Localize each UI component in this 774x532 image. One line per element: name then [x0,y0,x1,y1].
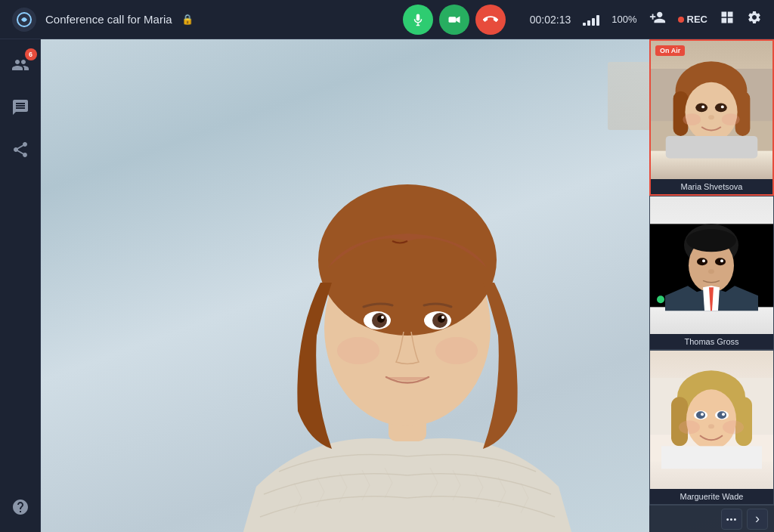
svg-point-42 [702,259,705,262]
video-button[interactable] [439,5,469,35]
svg-point-33 [722,113,740,125]
svg-point-16 [381,316,384,319]
rec-badge: REC [678,14,707,25]
svg-rect-4 [448,17,456,23]
add-user-button[interactable] [649,9,666,29]
marguerite-name: Marguerite Wade [650,489,773,504]
thumbnail-maria[interactable]: On Air [649,39,774,196]
svg-point-58 [679,421,700,435]
main-person-svg [181,48,634,532]
svg-rect-61 [661,447,762,469]
thomas-video [650,196,773,335]
svg-point-9 [318,184,497,336]
sidebar-item-help[interactable] [11,498,29,520]
sidebar: 6 [0,39,41,532]
svg-point-17 [441,316,444,319]
signal-bars [583,14,599,26]
svg-marker-5 [456,16,460,23]
svg-point-57 [722,413,725,416]
rec-dot [678,17,684,23]
call-timer: 00:02:13 [530,14,571,26]
svg-point-39 [686,229,736,252]
svg-point-40 [697,258,707,265]
thumbnail-thomas[interactable]: Thomas Gross [649,196,774,351]
svg-point-55 [717,412,726,419]
svg-point-29 [721,105,724,108]
svg-point-56 [701,413,704,416]
svg-point-44 [708,269,714,274]
maria-name: Maria Shvetsova [651,179,772,194]
participants-badge: 6 [25,48,37,60]
sidebar-item-share[interactable] [7,136,34,163]
svg-point-32 [683,113,701,125]
svg-point-19 [435,337,478,364]
svg-point-54 [696,412,705,419]
lock-icon: 🔒 [181,14,194,25]
svg-point-28 [701,105,704,108]
svg-point-14 [377,315,385,323]
rec-label: REC [687,14,707,25]
settings-button[interactable] [747,10,762,29]
more-options-button[interactable]: ••• [721,509,742,530]
main-area: 6 [0,39,774,532]
top-controls [403,5,506,35]
svg-point-27 [715,103,727,112]
thumbnail-panel: On Air [649,39,774,532]
svg-point-41 [715,258,726,265]
app-container: Conference call for Maria 🔒 [0,0,774,532]
svg-rect-31 [666,136,757,159]
marguerite-video [650,351,773,489]
thumbnail-controls: ••• › [649,505,774,532]
svg-point-15 [438,315,445,323]
signal-quality-label: 100% [611,14,636,25]
svg-point-43 [720,259,723,262]
svg-rect-24 [735,91,751,136]
grid-view-button[interactable] [720,10,735,29]
svg-point-30 [708,115,714,119]
svg-point-60 [708,425,714,429]
end-call-button[interactable] [475,5,506,35]
top-bar-right: 00:02:13 100% REC [530,9,762,29]
maria-video: On Air [651,41,772,179]
svg-point-26 [695,103,707,112]
svg-point-45 [657,295,664,303]
next-participants-button[interactable]: › [747,509,768,530]
app-logo [12,8,36,32]
mic-button[interactable] [403,5,433,35]
video-area: On Air [41,39,774,532]
sidebar-item-chat[interactable] [7,94,34,121]
top-bar: Conference call for Maria 🔒 [0,0,774,39]
svg-rect-1 [416,14,420,20]
svg-point-25 [685,82,737,142]
call-title: Conference call for Maria [45,13,172,26]
thumbnail-marguerite[interactable]: Marguerite Wade [649,350,774,505]
svg-point-59 [723,421,744,435]
on-air-badge: On Air [655,45,685,56]
thomas-name: Thomas Gross [650,334,773,349]
sidebar-item-participants[interactable]: 6 [7,51,34,79]
svg-point-18 [337,337,379,364]
